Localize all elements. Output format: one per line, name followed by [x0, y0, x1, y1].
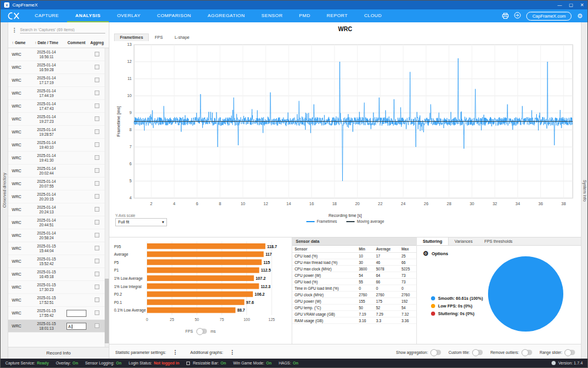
record-info-expander[interactable]: Record Info: [8, 347, 109, 359]
capture-row[interactable]: WRC2025-01-1515:44:04: [8, 242, 109, 255]
aggregate-checkbox[interactable]: [95, 323, 99, 328]
aggregate-checkbox[interactable]: [95, 65, 99, 69]
nav-tab-capture[interactable]: CAPTURE: [26, 9, 67, 22]
aggregate-checkbox[interactable]: [95, 116, 99, 121]
capture-row[interactable]: WRC2025-01-1420:58:24: [8, 229, 109, 242]
nav-tab-overlay[interactable]: OVERLAY: [109, 9, 149, 22]
search-input[interactable]: [20, 26, 105, 34]
capture-row[interactable]: WRC2025-01-1420:07:55: [8, 178, 109, 190]
chart-tab-fps[interactable]: FPS: [149, 34, 169, 41]
stutter-tab-fps-thresholds[interactable]: FPS thresholds: [479, 237, 519, 245]
settings-gear-icon[interactable]: ⚙: [577, 13, 583, 19]
aggregate-checkbox[interactable]: [95, 310, 99, 315]
capture-row[interactable]: WRC2025-01-1416:59:28: [8, 61, 109, 74]
aggregate-checkbox[interactable]: [95, 297, 99, 302]
nav-tab-aggregation[interactable]: AGGREGATION: [199, 9, 253, 22]
capture-list-scrollbar[interactable]: [105, 48, 109, 347]
capture-row[interactable]: WRC2025-01-1420:02:44: [8, 165, 109, 178]
capture-row[interactable]: WRC2025-01-1517:55:42: [8, 307, 109, 320]
svg-text:Frametime [ms]: Frametime [ms]: [116, 106, 121, 136]
capture-row[interactable]: WRC2025-01-1420:20:15: [8, 190, 109, 203]
aggregate-checkbox[interactable]: [95, 168, 99, 173]
statistic-settings-menu-button[interactable]: ⋮: [169, 349, 181, 355]
fps-ms-toggle[interactable]: [196, 329, 207, 334]
stutter-options[interactable]: ⚙ Options: [417, 246, 581, 257]
report-print-icon[interactable]: [502, 11, 509, 21]
toggle-remove-outliers[interactable]: [522, 350, 532, 355]
capture-list-menu-button[interactable]: ⋮: [12, 27, 17, 33]
toggle-custom-title[interactable]: [472, 350, 483, 355]
column-header-date-time[interactable]: ↑ Date / Time: [29, 41, 64, 45]
capture-row[interactable]: WRC2025-01-1517:30:23: [8, 281, 109, 294]
comment-input[interactable]: [66, 310, 86, 317]
aggregate-checkbox[interactable]: [95, 194, 99, 199]
svg-text:Average: Average: [114, 252, 128, 257]
scrollbar-thumb[interactable]: [105, 279, 109, 343]
capture-row[interactable]: WRC2025-01-1417:44:19: [8, 87, 109, 100]
capture-game-cell: WRC: [8, 104, 29, 108]
capture-list-header[interactable]: ↑ Game↑ Date / TimeCommentAggreg: [8, 38, 109, 48]
analysis-settings-row: Statistic parameter settings: ⋮ Addition…: [109, 344, 581, 360]
comment-input[interactable]: A: [66, 323, 86, 330]
aggregate-checkbox[interactable]: [95, 220, 99, 225]
chart-tab-frametimes[interactable]: Frametimes: [114, 34, 149, 41]
aggregate-checkbox[interactable]: [95, 142, 99, 147]
capture-row[interactable]: WRC2025-01-1420:44:51: [8, 216, 109, 229]
capture-row[interactable]: WRC2025-01-1417:17:19: [8, 74, 109, 87]
aggregate-checkbox[interactable]: [95, 155, 99, 160]
column-header-aggreg[interactable]: Aggreg: [89, 41, 105, 45]
toggle-show-aggregation[interactable]: [430, 350, 441, 355]
capture-row[interactable]: WRC2025-01-1518:01:13A: [8, 320, 109, 333]
nav-tab-report[interactable]: REPORT: [319, 9, 356, 22]
capture-row[interactable]: WRC2025-01-1419:27:23: [8, 113, 109, 126]
nav-tab-cloud[interactable]: CLOUD: [356, 9, 390, 22]
login-icon[interactable]: [514, 11, 521, 21]
info-icon[interactable]: [552, 361, 556, 365]
column-header-game[interactable]: ↑ Game: [8, 41, 29, 45]
column-header-comment[interactable]: Comment: [64, 41, 89, 45]
yaxis-scale-select[interactable]: Full fit▾: [115, 218, 167, 226]
maximize-button[interactable]: ▢: [569, 3, 573, 8]
capture-row[interactable]: WRC2025-01-1417:47:43: [8, 100, 109, 113]
nav-tab-pmd[interactable]: PMD: [291, 9, 319, 22]
nav-tab-comparison[interactable]: COMPARISON: [149, 9, 199, 22]
aggregate-checkbox[interactable]: [95, 129, 99, 134]
capture-row[interactable]: WRC2025-01-1517:52:51: [8, 294, 109, 307]
stutter-tab-stuttering[interactable]: Stuttering: [417, 237, 449, 245]
system-info-strip[interactable]: System Info: [581, 22, 587, 359]
statusbar: Capture Service:ReadyOverlay:OnSensor Lo…: [1, 359, 587, 367]
aggregate-checkbox[interactable]: [95, 259, 99, 263]
minimize-button[interactable]: —: [557, 3, 562, 8]
aggregate-checkbox[interactable]: [95, 78, 99, 82]
capture-row[interactable]: WRC2025-01-1419:28:57: [8, 126, 109, 139]
toggle-range-slider[interactable]: [564, 350, 575, 355]
nav-tab-sensor[interactable]: SENSOR: [253, 9, 290, 22]
legend-dot-icon: [431, 296, 435, 300]
svg-text:1% Low Average: 1% Low Average: [114, 276, 143, 281]
close-button[interactable]: ✕: [580, 3, 584, 8]
aggregate-checkbox[interactable]: [95, 91, 99, 95]
aggregate-checkbox[interactable]: [95, 246, 99, 250]
aggregate-checkbox[interactable]: [95, 233, 99, 237]
aggregate-checkbox[interactable]: [95, 181, 99, 186]
capture-row[interactable]: WRC2025-01-1516:45:18: [8, 268, 109, 281]
aggregate-checkbox[interactable]: [95, 272, 99, 276]
additional-graphs-menu-button[interactable]: ⋮: [226, 349, 238, 355]
capture-row[interactable]: WRC2025-01-1420:24:13: [8, 203, 109, 216]
sensor-data-header[interactable]: Sensor data: [292, 237, 416, 246]
aggregate-checkbox[interactable]: [95, 52, 99, 56]
nav-tab-analysis[interactable]: ANALYSIS: [67, 9, 109, 22]
capture-row[interactable]: WRC2025-01-1416:56:11: [8, 48, 109, 61]
observed-directory-strip[interactable]: Observed directory: [1, 22, 8, 359]
chart-tab-l-shape[interactable]: L-shape: [169, 34, 195, 41]
hardware-chip-icon: [186, 362, 190, 365]
stutter-tab-variances[interactable]: Variances: [449, 237, 479, 245]
aggregate-checkbox[interactable]: [95, 285, 99, 289]
aggregate-checkbox[interactable]: [95, 207, 99, 212]
capture-row[interactable]: WRC2025-01-1515:52:42: [8, 255, 109, 268]
capture-row[interactable]: WRC2025-01-1419:40:10: [8, 139, 109, 152]
aggregate-checkbox[interactable]: [95, 103, 99, 108]
capframex-website-button[interactable]: CapFrameX.com: [526, 12, 572, 21]
frametime-line-chart[interactable]: 4567891011121324681012141618202224262830…: [114, 42, 576, 213]
capture-row[interactable]: WRC2025-01-1419:41:30: [8, 152, 109, 165]
